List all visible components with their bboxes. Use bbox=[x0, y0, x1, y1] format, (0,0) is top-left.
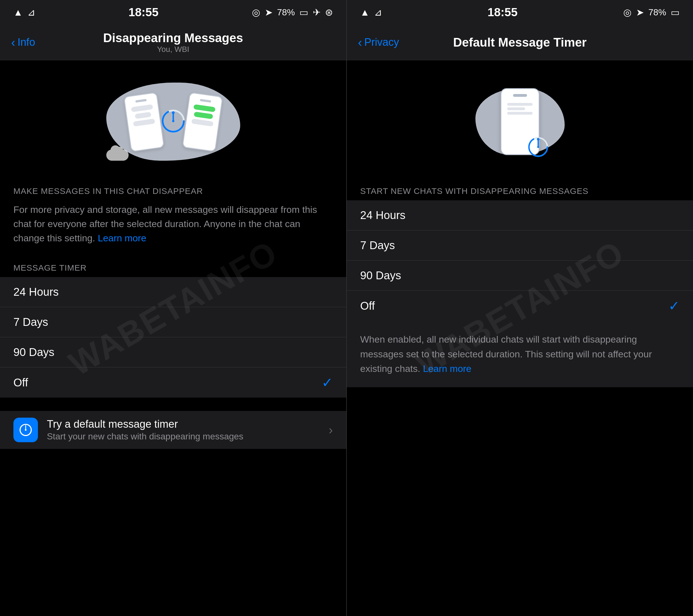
main-content: MAKE MESSAGES IN THIS CHAT DISAPPEAR For… bbox=[0, 60, 693, 616]
phone-left-msg1 bbox=[131, 104, 153, 113]
left-back-label: Info bbox=[18, 36, 35, 48]
right-option-90d[interactable]: 90 Days bbox=[347, 261, 693, 291]
timer-svg bbox=[161, 108, 186, 134]
left-battery: 78% bbox=[277, 7, 295, 18]
right-time: 18:55 bbox=[488, 5, 517, 19]
signal-icon: ⊿ bbox=[27, 7, 35, 18]
right-phone-line1 bbox=[507, 103, 533, 106]
right-description: When enabled, all new individual chats w… bbox=[347, 321, 693, 387]
right-timer-overlay bbox=[527, 136, 549, 159]
right-option-off-label: Off bbox=[360, 300, 375, 312]
right-option-24h-label: 24 Hours bbox=[360, 209, 405, 221]
right-phone-lines bbox=[507, 103, 533, 115]
timer-icon-center bbox=[161, 108, 186, 135]
wifi-icon: ▲ bbox=[13, 7, 23, 18]
right-phone-notch bbox=[513, 94, 527, 97]
right-back-arrow-icon: ‹ bbox=[358, 36, 362, 48]
left-nav: ‹ Info Disappearing Messages You, WBI bbox=[0, 24, 346, 60]
right-timer-svg bbox=[527, 136, 549, 158]
location-icon: ◎ bbox=[252, 7, 260, 18]
left-option-off[interactable]: Off ✓ bbox=[0, 367, 346, 398]
left-learn-more-link[interactable]: Learn more bbox=[98, 233, 146, 243]
promo-subtitle: Start your new chats with disappearing m… bbox=[47, 431, 320, 442]
right-status-icons: ▲ ⊿ bbox=[360, 7, 382, 18]
nav-bar: ‹ Info Disappearing Messages You, WBI ‹ … bbox=[0, 24, 693, 60]
right-phone-line3 bbox=[507, 112, 533, 115]
right-learn-more-link[interactable]: Learn more bbox=[423, 363, 472, 374]
right-phone-container bbox=[500, 88, 539, 155]
right-nav: ‹ Privacy Default Message Timer bbox=[347, 24, 693, 60]
left-option-90d-label: 90 Days bbox=[13, 346, 54, 358]
right-panel: START NEW CHATS WITH DISAPPEARING MESSAG… bbox=[347, 60, 693, 616]
right-nav-title: Default Message Timer bbox=[453, 36, 587, 49]
svg-point-1 bbox=[172, 120, 174, 122]
left-option-off-label: Off bbox=[13, 376, 28, 389]
right-back-button[interactable]: ‹ Privacy bbox=[358, 36, 399, 48]
left-option-24h[interactable]: 24 Hours bbox=[0, 277, 346, 307]
right-battery-icon: ▭ bbox=[671, 7, 680, 18]
left-option-24h-label: 24 Hours bbox=[13, 286, 59, 298]
left-title-group: Disappearing Messages You, WBI bbox=[103, 31, 243, 54]
promo-chevron-icon: › bbox=[329, 423, 333, 437]
right-option-7d[interactable]: 7 Days bbox=[347, 231, 693, 261]
right-back-label: Privacy bbox=[364, 36, 399, 48]
right-nav-icon: ➤ bbox=[636, 7, 644, 18]
left-illustration bbox=[0, 60, 346, 177]
airplane-icon: ✈ bbox=[313, 7, 320, 18]
right-illustration bbox=[347, 60, 693, 177]
right-option-24h[interactable]: 24 Hours bbox=[347, 200, 693, 231]
left-status-icons: ▲ ⊿ bbox=[13, 7, 35, 18]
message-timer-label: MESSAGE TIMER bbox=[0, 254, 346, 277]
phone-right-notch bbox=[200, 99, 211, 102]
left-panel: MAKE MESSAGES IN THIS CHAT DISAPPEAR For… bbox=[0, 60, 346, 616]
wifi2-icon: ⊛ bbox=[325, 7, 333, 18]
status-bar-right: ▲ ⊿ 18:55 ◎ ➤ 78% ▭ bbox=[347, 0, 693, 24]
right-phone-line2 bbox=[507, 107, 525, 110]
phone-right-msg1 bbox=[193, 104, 215, 113]
svg-point-8 bbox=[537, 146, 539, 148]
left-option-7d-label: 7 Days bbox=[13, 316, 48, 329]
right-options-list: 24 Hours 7 Days 90 Days Off ✓ bbox=[347, 200, 693, 321]
right-signal-icon: ⊿ bbox=[374, 7, 382, 18]
left-option-off-check: ✓ bbox=[322, 375, 333, 390]
svg-point-10 bbox=[537, 138, 539, 141]
left-option-7d[interactable]: 7 Days bbox=[0, 307, 346, 337]
left-nav-subtitle: You, WBI bbox=[157, 45, 190, 54]
left-option-90d[interactable]: 90 Days bbox=[0, 337, 346, 367]
right-description-text: When enabled, all new individual chats w… bbox=[360, 334, 652, 374]
right-battery: 78% bbox=[648, 7, 666, 18]
left-back-arrow-icon: ‹ bbox=[11, 36, 15, 48]
cloud-illustration bbox=[106, 150, 128, 161]
right-option-90d-label: 90 Days bbox=[360, 269, 401, 282]
nav-icon: ➤ bbox=[265, 7, 273, 18]
left-description: For more privacy and storage, all new me… bbox=[0, 200, 346, 254]
svg-point-5 bbox=[25, 429, 26, 431]
phone-right-msg3 bbox=[191, 119, 213, 127]
left-battery-area: ◎ ➤ 78% ▭ ✈ ⊛ bbox=[252, 7, 333, 18]
right-wifi-icon: ▲ bbox=[360, 7, 370, 18]
left-section-label: MAKE MESSAGES IN THIS CHAT DISAPPEAR bbox=[0, 177, 346, 200]
right-option-off[interactable]: Off ✓ bbox=[347, 291, 693, 321]
left-nav-title: Disappearing Messages bbox=[103, 31, 243, 45]
svg-point-3 bbox=[172, 111, 175, 114]
phone-right-msg2 bbox=[194, 112, 213, 119]
left-options-list: 24 Hours 7 Days 90 Days Off ✓ bbox=[0, 277, 346, 398]
phone-left-msg2 bbox=[135, 112, 152, 119]
right-battery-area: ◎ ➤ 78% ▭ bbox=[623, 7, 680, 18]
illustration-blob bbox=[98, 77, 249, 166]
right-option-off-check: ✓ bbox=[669, 298, 680, 314]
left-time: 18:55 bbox=[128, 5, 158, 19]
promo-timer-icon bbox=[18, 423, 33, 437]
phone-left-msg3 bbox=[133, 119, 155, 127]
battery-icon: ▭ bbox=[299, 7, 308, 18]
left-back-button[interactable]: ‹ Info bbox=[11, 36, 35, 48]
status-bar: ▲ ⊿ 18:55 ◎ ➤ 78% ▭ ✈ ⊛ ▲ ⊿ 18:55 ◎ ➤ 78… bbox=[0, 0, 693, 24]
promo-card[interactable]: Try a default message timer Start your n… bbox=[0, 411, 346, 449]
right-location-icon: ◎ bbox=[623, 7, 632, 18]
promo-icon bbox=[13, 418, 38, 442]
right-option-7d-label: 7 Days bbox=[360, 239, 395, 252]
left-description-text: For more privacy and storage, all new me… bbox=[13, 204, 317, 243]
promo-title: Try a default message timer bbox=[47, 418, 320, 430]
phone-left-notch bbox=[135, 99, 147, 102]
right-blob-container bbox=[473, 80, 568, 163]
